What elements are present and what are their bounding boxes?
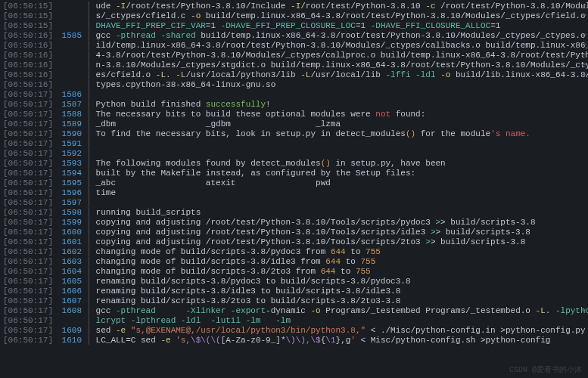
gutter-separator: │: [86, 159, 96, 169]
terminal-line: [06:50:15]│ude -I/root/test/Python-3.8.1…: [0, 2, 588, 11]
timestamp: [06:50:17]: [0, 100, 59, 110]
line-text: sed -e "s,@EXENAME@,/usr/local/python3/b…: [96, 326, 586, 336]
wrap-indicator-icon: ↩: [581, 60, 586, 70]
gutter-separator: │: [86, 60, 96, 70]
gutter-separator: │: [86, 208, 96, 218]
line-text: gcc -pthread -Xlinker -export-dynamic -o…: [96, 306, 588, 316]
line-number: 1594: [59, 169, 86, 178]
gutter-separator: │: [86, 336, 96, 345]
line-number: 1600: [59, 228, 86, 237]
gutter-separator: │: [86, 11, 96, 21]
timestamp: [06:50:17]: [0, 149, 59, 159]
timestamp: [06:50:17]: [0, 218, 59, 228]
line-text: 4-3.8/root/test/Python-3.8.10/Modules/_c…: [96, 51, 588, 60]
line-number: 1598: [59, 208, 86, 218]
timestamp: [06:50:17]: [0, 208, 59, 218]
wrap-indicator-icon: ↩: [581, 306, 586, 316]
terminal-line: [06:50:17]1607│renaming build/scripts-3.…: [0, 296, 588, 306]
gutter-separator: │: [86, 41, 96, 51]
terminal-line: [06:50:17]1598│running build_scripts: [0, 208, 588, 218]
terminal-line: [06:50:17]1602│changing mode of build/sc…: [0, 247, 588, 257]
gutter-separator: │: [86, 306, 96, 316]
line-text: _abc atexit pwd: [96, 178, 331, 188]
gutter-separator: │: [86, 51, 96, 60]
terminal-line: [06:50:17]1596│time: [0, 188, 588, 198]
line-text: renaming build/scripts-3.8/pydoc3 to bui…: [96, 277, 411, 287]
line-text: changing mode of build/scripts-3.8/pydoc…: [96, 247, 381, 257]
line-number: 1587: [59, 100, 86, 110]
gutter-separator: │: [86, 178, 96, 188]
terminal-line: [06:50:17]1594│built by the Makefile ins…: [0, 169, 588, 178]
gutter-separator: │: [86, 237, 96, 247]
line-number: 1607: [59, 296, 86, 306]
terminal-line: [06:50:17]1599│copying and adjusting /ro…: [0, 218, 588, 228]
gutter-separator: │: [86, 169, 96, 178]
timestamp: [06:50:17]: [0, 277, 59, 287]
line-number: 1596: [59, 188, 86, 198]
timestamp: [06:50:17]: [0, 336, 59, 345]
timestamp: [06:50:17]: [0, 326, 59, 336]
line-number: 1605: [59, 277, 86, 287]
line-text: time: [96, 188, 116, 198]
line-number: 1610: [59, 336, 86, 345]
line-number: 1588: [59, 110, 86, 119]
terminal-output[interactable]: [06:50:15]│ude -I/root/test/Python-3.8.1…: [0, 0, 588, 378]
terminal-line: [06:50:17]1590│To find the necessary bit…: [0, 129, 588, 139]
gutter-separator: │: [86, 277, 96, 287]
timestamp: [06:50:15]: [0, 2, 59, 11]
gutter-separator: │: [86, 218, 96, 228]
line-text: ude -I/root/test/Python-3.8.10/Include -…: [96, 2, 588, 11]
line-number: 1608: [59, 306, 86, 316]
timestamp: [06:50:16]: [0, 41, 59, 51]
line-text: To find the necessary bits, look in setu…: [96, 129, 530, 139]
terminal-line: [06:50:17]1610│LC_ALL=C sed -e 's,\$\(\(…: [0, 336, 588, 345]
terminal-line: [06:50:17]1588│The necessary bits to bui…: [0, 110, 588, 119]
timestamp: [06:50:17]: [0, 296, 59, 306]
terminal-line: [06:50:15]│s/_ctypes/cfield.c -o build/t…: [0, 11, 588, 21]
timestamp: [06:50:17]: [0, 287, 59, 296]
terminal-line: [06:50:17]1608│gcc -pthread -Xlinker -ex…: [0, 306, 588, 316]
line-text: The following modules found by detect_mo…: [96, 159, 446, 169]
gutter-separator: │: [86, 129, 96, 139]
line-text: built by the Makefile instead, as config…: [96, 169, 415, 178]
line-text: Python build finished successfully!: [96, 100, 271, 110]
terminal-line: [06:50:17]1597│: [0, 198, 588, 208]
line-number: 1589: [59, 119, 86, 129]
watermark-text: CSDN @爱看书的小沐: [509, 365, 582, 375]
timestamp: [06:50:17]: [0, 110, 59, 119]
line-number: 1603: [59, 257, 86, 267]
timestamp: [06:50:17]: [0, 247, 59, 257]
line-text: copying and adjusting /root/test/Python-…: [96, 228, 530, 237]
timestamp: [06:50:17]: [0, 159, 59, 169]
gutter-separator: │: [86, 2, 96, 11]
line-text: gcc -pthread -shared build/temp.linux-x8…: [96, 31, 588, 41]
line-text: DHAVE_FFI_PREP_CIF_VAR=1 -DHAVE_FFI_PREP…: [96, 21, 501, 31]
gutter-separator: │: [86, 287, 96, 296]
gutter-separator: │: [86, 110, 96, 119]
gutter-separator: │: [86, 316, 96, 326]
gutter-separator: │: [86, 267, 96, 277]
terminal-line: [06:50:17]│lcrypt -lpthread -ldl -lutil …: [0, 316, 588, 326]
gutter-separator: │: [86, 70, 96, 80]
line-text: changing mode of build/scripts-3.8/2to3 …: [96, 267, 371, 277]
wrap-indicator-icon: ↩: [581, 70, 586, 80]
timestamp: [06:50:15]: [0, 21, 59, 31]
line-number: 1606: [59, 287, 86, 296]
terminal-line: [06:50:16]1585│gcc -pthread -shared buil…: [0, 31, 588, 41]
line-text: LC_ALL=C sed -e 's,\$\(\([A-Za-z0-9_]*\)…: [96, 336, 551, 345]
line-number: 1597: [59, 198, 86, 208]
line-number: 1602: [59, 247, 86, 257]
wrap-indicator-icon: ↩: [581, 41, 586, 51]
terminal-line: [06:50:17]1593│The following modules fou…: [0, 159, 588, 169]
line-text: lcrypt -lpthread -ldl -lutil -lm -lm: [96, 316, 291, 326]
terminal-line: [06:50:17]1604│changing mode of build/sc…: [0, 267, 588, 277]
timestamp: [06:50:17]: [0, 316, 59, 326]
line-text: ild/temp.linux-x86_64-3.8/root/test/Pyth…: [96, 41, 588, 51]
line-text: The necessary bits to build these option…: [96, 110, 426, 119]
gutter-separator: │: [86, 21, 96, 31]
line-text: es/cfield.o -L. -L/usr/local/python3/lib…: [96, 70, 588, 80]
timestamp: [06:50:17]: [0, 267, 59, 277]
line-text: copying and adjusting /root/test/Python-…: [96, 237, 526, 247]
terminal-line: [06:50:17]1600│copying and adjusting /ro…: [0, 228, 588, 237]
terminal-line: [06:50:16]│n-3.8.10/Modules/_ctypes/stgd…: [0, 60, 588, 70]
